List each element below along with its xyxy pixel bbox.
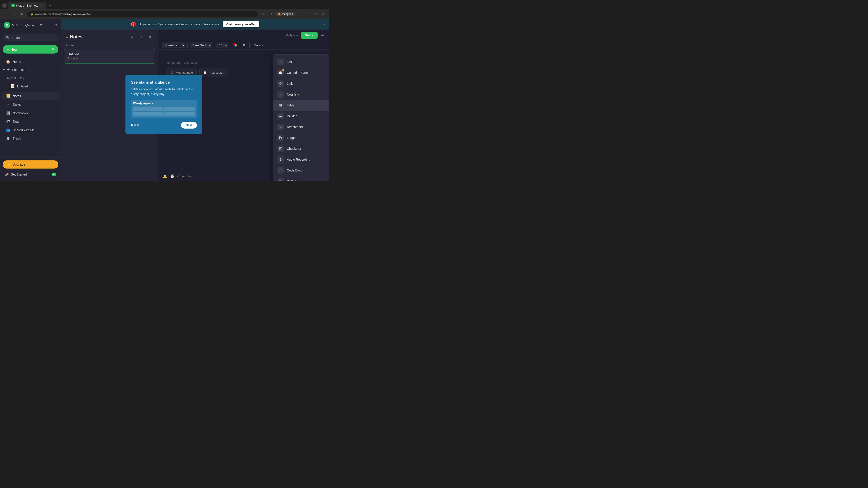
editor-more-button[interactable]: •••	[320, 33, 324, 38]
menu-item-link[interactable]: 🔗 Link	[273, 78, 329, 89]
close-button[interactable]: ×	[320, 11, 327, 17]
table-feature-tooltip: See plans at a glance Tables show you wh…	[125, 75, 202, 134]
star-icon: ★	[6, 68, 11, 72]
new-label: New	[11, 47, 18, 51]
sidebar-item-tasks[interactable]: ✓ Tasks	[1, 100, 60, 109]
new-button-left: + New	[7, 47, 18, 51]
menu-item-audio[interactable]: 🎙 Audio Recording	[273, 154, 329, 165]
color-picker-button[interactable]	[232, 43, 237, 47]
menu-item-image[interactable]: 🖼 Image	[273, 132, 329, 143]
url-text: evernote.com/client/web#login=true#/note…	[35, 12, 91, 16]
home-icon: 🏠	[6, 59, 10, 64]
menu-item-code-block[interactable]: {} Code Block	[273, 165, 329, 176]
bold-button[interactable]: B	[241, 43, 247, 48]
notes-toolbar: ⇅ ⊞ ▦	[128, 33, 153, 40]
sidebar-bottom: ⚡ Upgrade 🚀 Get Started 5	[0, 158, 61, 181]
task-icon: ✓	[277, 59, 284, 65]
menu-item-attachment[interactable]: 📎 Attachment	[273, 122, 329, 132]
back-button[interactable]: ←	[3, 11, 9, 17]
tooltip-next-button[interactable]: Next	[181, 122, 197, 129]
note-link-icon: ≡	[277, 91, 284, 98]
browser-more-button[interactable]: ⋮	[297, 11, 303, 17]
project-plan-template[interactable]: 📋 Project plan	[199, 68, 228, 77]
sidebar-item-untitled[interactable]: 📝 Untitled	[4, 82, 60, 90]
menu-item-table[interactable]: ⊞ Table	[273, 100, 329, 111]
banner-close-button[interactable]: ×	[323, 22, 326, 26]
more-toolbar-button[interactable]: More ∨	[252, 43, 265, 48]
sidebar: N 5b3c818b@mood... ∨ ⚙ 🔍 Search + New ∨ …	[0, 19, 61, 181]
sidebar-item-tags[interactable]: 🏷 Tags	[1, 118, 60, 126]
meeting-icon: 🗒	[171, 71, 174, 74]
get-started-button[interactable]: 🚀 Get Started 5	[3, 171, 58, 178]
upgrade-button[interactable]: ⚡ Upgrade	[3, 160, 58, 168]
active-tab[interactable]: E Notes - Evernote ×	[8, 2, 46, 9]
star-button[interactable]: ☆	[260, 11, 266, 17]
incognito-icon: 🕵	[278, 12, 281, 15]
sort-button[interactable]: ⇅	[128, 33, 135, 40]
get-started-label: Get Started	[11, 173, 27, 176]
add-tag-label: Add tag	[182, 175, 192, 178]
note-card-title: Untitled	[68, 52, 151, 56]
notes-panel: ≡ Notes ⇅ ⊞ ▦ 1 note Untitled Just now	[61, 30, 329, 181]
menu-item-checkbox[interactable]: ☒ Checkbox	[273, 143, 329, 154]
address-bar[interactable]: 🔒 evernote.com/client/web#login=true#/no…	[27, 11, 258, 17]
notes-title-icon: ≡	[66, 34, 68, 39]
sidebar-item-notes[interactable]: 📒 Notes	[1, 92, 60, 100]
sidebar-item-notebooks[interactable]: 📓 Notebooks	[1, 109, 60, 117]
tab-back-button[interactable]: ←	[2, 3, 7, 8]
badge-dot	[282, 69, 284, 71]
menu-item-divider[interactable]: ─ Divider	[273, 111, 329, 122]
browser-actions: ☆ ⊡ 🕵 Incognito ⋮	[260, 11, 303, 17]
tab-close-button[interactable]: ×	[41, 4, 43, 7]
filter-button[interactable]: ⊞	[137, 33, 145, 40]
trash-icon: 🗑	[6, 136, 10, 140]
sidebar-item-shared-with-me[interactable]: 👥 Shared with Me	[1, 126, 60, 134]
secure-icon: 🔒	[30, 13, 33, 15]
banner-text: Upgrade now. Sync across devices and acc…	[138, 23, 220, 26]
extensions-button[interactable]: ⊡	[268, 11, 274, 17]
menu-item-label: Link	[287, 82, 293, 86]
incognito-indicator: 🕵 Incognito	[275, 12, 295, 16]
search-bar[interactable]: 🔍 Search	[3, 34, 58, 41]
gift-icon: 🎁	[131, 22, 136, 27]
user-info[interactable]: N 5b3c818b@mood... ∨	[4, 22, 42, 29]
font-family-select[interactable]: Sans Serif	[190, 42, 212, 48]
menu-item-label: Image	[287, 136, 296, 140]
new-tab-button[interactable]: +	[47, 2, 53, 8]
user-avatar: N	[4, 22, 10, 29]
settings-gear-icon[interactable]: ⚙	[54, 23, 57, 27]
menu-item-label: Calendar Event	[287, 71, 309, 74]
toolbar-separator-4	[239, 43, 239, 48]
address-bar-row: ← → ↻ 🔒 evernote.com/client/web#login=tr…	[0, 9, 329, 19]
sidebar-item-recent-notes[interactable]: Recent Notes	[4, 74, 60, 82]
menu-item-sketch[interactable]: ✏ Sketch	[273, 176, 329, 181]
forward-button[interactable]: →	[11, 11, 17, 17]
note-card[interactable]: Untitled Just now	[64, 49, 155, 64]
project-icon: 📋	[203, 71, 207, 74]
menu-item-calendar[interactable]: 📅 Calendar Event	[273, 67, 329, 78]
font-size-select[interactable]: 16	[216, 42, 228, 48]
share-button[interactable]: Share	[301, 32, 318, 39]
sidebar-item-label: Shortcuts	[12, 68, 25, 72]
menu-item-note-link[interactable]: ≡ Note link	[273, 89, 329, 100]
sidebar-item-shortcuts[interactable]: ▾ ★ Shortcuts	[0, 66, 61, 73]
reminder-icon[interactable]: ⏰	[170, 174, 175, 178]
tasks-icon: ✓	[6, 102, 10, 107]
editor-topbar: Only you Share •••	[158, 30, 329, 41]
new-button[interactable]: + New ∨	[3, 45, 58, 54]
tooltip-title: See plans at a glance	[131, 80, 197, 85]
sidebar-item-trash[interactable]: 🗑 Trash	[1, 134, 60, 142]
claim-offer-button[interactable]: Claim now your offer	[223, 21, 259, 27]
menu-item-task[interactable]: ✓ Task	[273, 57, 329, 67]
maximize-button[interactable]: □	[313, 11, 320, 17]
sidebar-item-home[interactable]: 🏠 Home	[1, 57, 60, 66]
toolbar-separator-3	[230, 43, 230, 48]
window-controls: ─ □ ×	[307, 11, 327, 17]
add-tag-button[interactable]: 🏷 Add tag	[177, 175, 192, 178]
reload-button[interactable]: ↻	[19, 11, 25, 17]
view-toggle-button[interactable]: ▦	[146, 33, 153, 40]
minimize-button[interactable]: ─	[307, 11, 313, 17]
upgrade-label: Upgrade	[12, 163, 25, 166]
bell-icon[interactable]: 🔔	[163, 174, 167, 178]
text-style-select[interactable]: Normal text	[162, 42, 185, 48]
